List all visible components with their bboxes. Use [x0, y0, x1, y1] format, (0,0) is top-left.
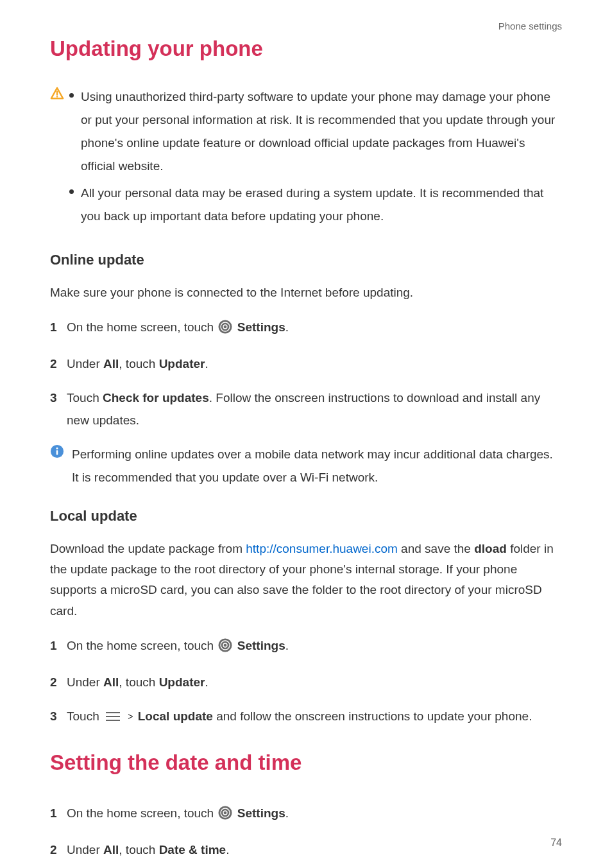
step-text: Touch — [67, 709, 103, 723]
date-time-label: Date & time — [159, 843, 226, 856]
settings-icon — [218, 804, 232, 827]
warning-icon — [50, 85, 65, 232]
step-1-datetime: 1 On the home screen, touch Settings. — [50, 802, 562, 827]
step-number: 2 — [50, 838, 59, 861]
step-number: 2 — [50, 671, 59, 693]
step-text: and follow the onscreen instructions to … — [213, 709, 532, 723]
svg-rect-7 — [56, 451, 58, 455]
all-label: All — [103, 675, 119, 689]
period: . — [205, 357, 208, 370]
step-text: Under — [67, 675, 103, 689]
settings-label: Settings — [237, 320, 285, 334]
svg-point-1 — [56, 96, 58, 97]
step-2-datetime: 2 Under All, touch Date & time. — [50, 838, 562, 861]
step-number: 1 — [50, 802, 59, 827]
step-text: , touch — [119, 675, 158, 689]
step-number: 3 — [50, 386, 59, 431]
info-text: Performing online updates over a mobile … — [69, 443, 562, 488]
local-update-label: Local update — [138, 709, 213, 723]
step-text: Under — [67, 843, 103, 856]
settings-icon — [218, 318, 232, 341]
chevron-right-icon: > — [128, 711, 133, 722]
step-text: On the home screen, touch — [67, 320, 217, 334]
step-text: Touch — [67, 391, 103, 404]
step-text: On the home screen, touch — [67, 639, 217, 652]
bullet-icon — [69, 189, 74, 194]
info-icon — [50, 443, 65, 488]
page-number: 74 — [550, 837, 562, 849]
text: and save the — [398, 542, 474, 555]
step-number: 2 — [50, 352, 59, 375]
warning-item: All your personal data may be erased dur… — [69, 182, 562, 228]
period: . — [285, 320, 289, 334]
bullet-icon — [69, 93, 74, 98]
updater-label: Updater — [159, 357, 205, 370]
breadcrumb: Phone settings — [50, 21, 562, 31]
info-block: Performing online updates over a mobile … — [50, 443, 562, 488]
step-text: , touch — [119, 357, 158, 370]
step-number: 1 — [50, 316, 59, 341]
step-text: On the home screen, touch — [67, 806, 217, 820]
step-3-local: 3 Touch > Local update and follow the on… — [50, 705, 562, 729]
settings-label: Settings — [237, 639, 285, 652]
text: Download the update package from — [50, 542, 246, 555]
period: . — [285, 639, 289, 652]
svg-point-6 — [56, 447, 58, 449]
all-label: All — [103, 843, 119, 856]
dload-label: dload — [474, 542, 507, 555]
settings-icon — [218, 637, 232, 659]
step-1-local: 1 On the home screen, touch Settings. — [50, 634, 562, 659]
page-title-updating: Updating your phone — [50, 37, 562, 61]
warning-text: All your personal data may be erased dur… — [81, 186, 543, 223]
period: . — [226, 843, 229, 856]
heading-online-update: Online update — [50, 252, 562, 268]
step-1-online: 1 On the home screen, touch Settings. — [50, 316, 562, 341]
online-intro: Make sure your phone is connected to the… — [50, 282, 562, 303]
menu-icon — [105, 706, 121, 729]
page-title-datetime: Setting the date and time — [50, 751, 562, 775]
warning-block: Using unauthorized third-party software … — [50, 85, 562, 232]
period: . — [205, 675, 208, 689]
step-2-online: 2 Under All, touch Updater. — [50, 352, 562, 375]
step-2-local: 2 Under All, touch Updater. — [50, 671, 562, 693]
local-intro: Download the update package from http://… — [50, 539, 562, 621]
step-number: 1 — [50, 634, 59, 659]
step-text: , touch — [119, 843, 158, 856]
huawei-link[interactable]: http://consumer.huawei.com — [246, 542, 398, 555]
check-updates-label: Check for updates — [103, 391, 209, 404]
step-3-online: 3 Touch Check for updates. Follow the on… — [50, 386, 562, 431]
heading-local-update: Local update — [50, 508, 562, 525]
warning-item: Using unauthorized third-party software … — [69, 85, 562, 178]
warning-text: Using unauthorized third-party software … — [81, 90, 555, 173]
period: . — [285, 806, 289, 820]
step-number: 3 — [50, 705, 59, 729]
settings-label: Settings — [237, 806, 285, 820]
updater-label: Updater — [159, 675, 205, 689]
all-label: All — [103, 357, 119, 370]
step-text: Under — [67, 357, 103, 370]
